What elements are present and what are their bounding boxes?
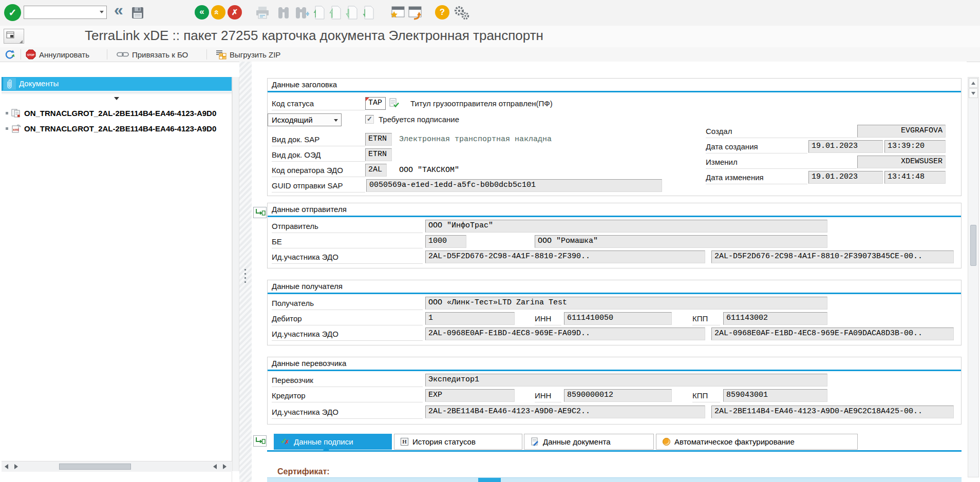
receiver-kpp-field[interactable]: 611143002	[723, 312, 827, 325]
tab-signature-data[interactable]: ✓ ✗ Данные подписи	[274, 434, 392, 450]
scroll-up-button[interactable]	[969, 78, 978, 88]
divider	[2, 93, 232, 94]
guid-field[interactable]: 0050569a-e1ed-1edd-a5fc-b0b0dcb5c101	[366, 179, 662, 192]
section-title: Данные отправителя	[272, 205, 347, 214]
link-icon	[117, 51, 129, 58]
back-button-icon[interactable]: «	[195, 5, 209, 20]
layout-button-corner-icon	[20, 40, 23, 43]
guid-label: GUID отправки SAP	[272, 179, 365, 192]
carrier-field[interactable]: Экспедитор1	[425, 374, 827, 387]
carrier-kpp-field[interactable]: 859043001	[723, 389, 827, 402]
scroll-left-button[interactable]	[3, 462, 11, 471]
stop-icon: STOP	[26, 49, 36, 60]
back-arrows-icon[interactable]: «	[114, 1, 123, 20]
scroll-right-button[interactable]	[12, 462, 20, 471]
carrier-inn-label: ИНН	[535, 389, 561, 402]
changed-time-field[interactable]: 13:41:48	[884, 171, 946, 184]
tab-auto-invoicing[interactable]: Автоматическое фактурирование	[656, 434, 858, 450]
scrollbar-thumb[interactable]	[59, 464, 131, 470]
save-icon[interactable]	[131, 7, 144, 19]
created-by-field[interactable]: EVGRAFOVA	[857, 125, 946, 138]
doc-type-oed-field[interactable]: ETRN	[365, 148, 392, 161]
receiver-kpp-label: КПП	[692, 312, 720, 325]
tree-item-xml-document[interactable]: xml ON_TRNACLGROT_2AL-2BE114B4-EA46-4123…	[6, 121, 230, 136]
cancel-button-icon[interactable]: ✗	[228, 5, 242, 20]
previous-page-icon	[328, 5, 342, 20]
company-name-field[interactable]: ООО "Ромашка"	[535, 235, 827, 248]
export-zip-button-label: Выгрузить ZIP	[230, 50, 280, 59]
carrier-edo-id-field-1[interactable]: 2AL-2BE114B4-EA46-4123-A9D0-AE9C2..	[425, 406, 705, 418]
changed-by-field[interactable]: XDEWSUSER	[857, 156, 946, 168]
create-shortcut-icon[interactable]	[407, 6, 423, 20]
refresh-button[interactable]	[4, 47, 15, 62]
sender-field[interactable]: ООО "ИнфоТрас"	[425, 220, 827, 233]
first-page-icon	[312, 5, 325, 20]
status-protocol-icon[interactable]	[389, 98, 399, 108]
annul-button-label: Аннулировать	[39, 50, 89, 59]
edo-operator-name: ООО "ТАКСКОМ"	[399, 164, 459, 177]
clipped-table-header	[267, 477, 962, 482]
copy-document-icon	[11, 109, 21, 118]
export-zip-button[interactable]: Выгрузить ZIP	[216, 47, 280, 62]
scrollbar-thumb[interactable]	[970, 225, 976, 266]
bind-to-bo-button[interactable]: Привязать к БО	[117, 47, 188, 62]
command-dropdown-icon[interactable]	[100, 11, 104, 13]
sap-window: ✓ « « « ✗	[0, 0, 980, 482]
tab-status-history[interactable]: H История статусов	[394, 434, 522, 450]
enter-icon[interactable]: ✓	[4, 4, 21, 21]
scroll-down-button[interactable]	[969, 88, 978, 98]
splitter-grip-icon[interactable]	[243, 267, 248, 290]
scroll-left-button[interactable]	[211, 462, 219, 471]
tree-item-print-document[interactable]: ON_TRNACLGROT_2AL-2BE114B4-EA46-4123-A9D…	[6, 106, 230, 120]
annul-button[interactable]: STOP Аннулировать	[26, 47, 89, 62]
command-input[interactable]	[24, 6, 107, 19]
tab-document-data[interactable]: Данные документа	[524, 434, 654, 450]
receiver-edo-id-field-1[interactable]: 2AL-0968E0AF-E1BD-4EC8-969E-FA09D..	[425, 327, 705, 340]
company-code-field[interactable]: 1000	[425, 235, 466, 248]
tree-column-header[interactable]	[2, 94, 232, 103]
sender-edo-id-field-2[interactable]: 2AL-D5F2D676-2C98-4A1F-8810-2F39073B45CE…	[711, 250, 954, 263]
panel-splitter[interactable]	[239, 62, 252, 482]
sender-label: Отправитель	[272, 220, 423, 233]
header-data-section: Данные заголовка Код статуса TAP Титул г…	[267, 78, 962, 196]
application-toolbar: STOP Аннулировать Привязать к БО	[0, 47, 980, 62]
created-date-field[interactable]: 19.01.2023	[808, 140, 883, 153]
expand-hierarchy-button[interactable]	[253, 207, 267, 218]
expand-hierarchy-button[interactable]	[253, 435, 267, 447]
gui-layout-button[interactable]	[4, 29, 24, 44]
toolbar-separator	[107, 49, 107, 60]
creditor-field[interactable]: EXP	[425, 389, 515, 402]
receiver-field[interactable]: ООО «Линк-Тест»LTD Zarina Test	[425, 297, 827, 310]
documents-panel-header[interactable]: Документы	[2, 77, 232, 91]
edo-operator-field[interactable]: 2AL	[365, 164, 387, 177]
changed-by-label: Изменил	[706, 156, 857, 169]
changed-date-field[interactable]: 19.01.2023	[808, 171, 883, 184]
sender-edo-id-field-1[interactable]: 2AL-D5F2D676-2C98-4A1F-8810-2F390..	[425, 250, 705, 263]
exit-button-icon[interactable]: «	[211, 5, 225, 20]
edo-operator-label: Код оператора ЭДО	[272, 164, 365, 177]
document-edit-icon	[531, 437, 539, 447]
certificate-label: Сертификат:	[277, 467, 330, 476]
receiver-edo-id-field-2[interactable]: 2AL-0968E0AF-E1BD-4EC8-969E-FA09DACA8D3B…	[711, 327, 954, 340]
created-time-field[interactable]: 13:39:20	[884, 140, 946, 153]
new-session-icon[interactable]	[389, 6, 405, 20]
customize-icon[interactable]	[453, 5, 469, 21]
carrier-edo-id-field-2[interactable]: 2AL-2BE114B4-EA46-4123-A9D0-AE9C2C18A425…	[711, 406, 954, 418]
sort-arrow-icon[interactable]	[114, 97, 119, 100]
tree-vertical-scrollbar[interactable]	[232, 77, 239, 471]
signing-required-checkbox[interactable]: ✓	[365, 115, 374, 124]
creditor-label: Кредитор	[272, 389, 423, 402]
help-icon[interactable]: ?	[435, 5, 449, 20]
section-underline	[268, 370, 961, 371]
direction-select[interactable]: Исходящий	[268, 113, 342, 126]
tab-label: Данные документа	[543, 437, 611, 446]
scroll-right-button[interactable]	[220, 462, 229, 471]
section-underline	[268, 91, 961, 92]
doc-type-sap-field[interactable]: ETRN	[365, 133, 392, 146]
status-code-input[interactable]: TAP	[365, 97, 386, 110]
receiver-inn-field[interactable]: 6111410050	[564, 312, 672, 325]
carrier-inn-field[interactable]: 8590000012	[564, 389, 672, 402]
tree-item-label: ON_TRNACLGROT_2AL-2BE114B4-EA46-4123-A9D…	[24, 124, 216, 133]
debtor-field[interactable]: 1	[425, 312, 515, 325]
receiver-edo-id-label: Ид.участника ЭДО	[272, 327, 423, 341]
